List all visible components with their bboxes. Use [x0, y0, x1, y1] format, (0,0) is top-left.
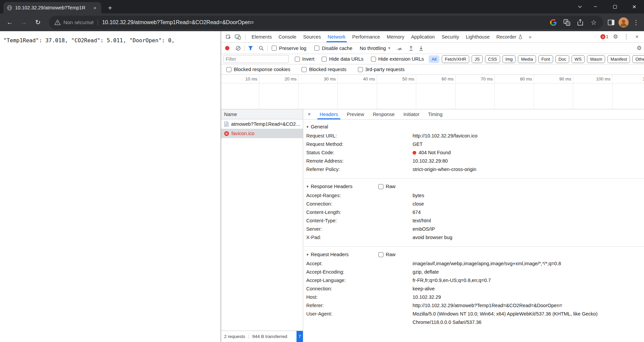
window-minimize-button[interactable]: − [586, 0, 605, 13]
filter-chip-img[interactable]: Img [502, 55, 516, 63]
field-key: Accept-Encoding: [306, 268, 413, 276]
security-label[interactable]: Non sécurisé [63, 19, 94, 25]
blocked-requests-checkbox[interactable]: Blocked requests [302, 67, 346, 72]
hide-extension-urls-checkbox[interactable]: Hide extension URLs [371, 56, 424, 62]
omnibox[interactable]: Non sécurisé 10.102.32.29/atmoweb?Temp1R… [49, 16, 603, 29]
timeline-tick-label: 50 ms [387, 76, 414, 81]
filter-chip-fetch-xhr[interactable]: Fetch/XHR [442, 55, 469, 63]
tab-security[interactable]: Security [438, 31, 462, 42]
browser-tab[interactable]: 10.102.32.29/atmoweb?Temp1R × [3, 2, 101, 13]
error-badge-icon[interactable]: × [600, 34, 605, 39]
details-close-icon[interactable]: × [303, 109, 315, 119]
filter-chip-all[interactable]: All [429, 55, 439, 63]
status-error-dot-icon [413, 151, 416, 155]
response-raw-checkbox[interactable]: Raw [378, 184, 395, 189]
import-har-icon[interactable] [408, 45, 414, 52]
details-tab-preview[interactable]: Preview [342, 109, 369, 119]
header-field-row: Accept-Language: fr-FR,fr;q=0.9,en-US;q=… [303, 276, 644, 285]
tab-performance[interactable]: Performance [349, 31, 383, 42]
blocked-cookies-checkbox[interactable]: Blocked response cookies [226, 67, 290, 72]
google-icon[interactable] [549, 18, 557, 26]
tab-search-chevron-icon[interactable] [574, 0, 586, 13]
window-maximize-button[interactable] [605, 0, 625, 13]
devtools-settings-icon[interactable]: ⚙ [612, 33, 619, 40]
general-section-header[interactable]: ▾ General [303, 122, 644, 132]
summary-clipped-resources: 7 [297, 331, 303, 342]
checkbox-box [371, 57, 376, 62]
checkbox-box [295, 57, 300, 62]
share-icon[interactable] [576, 18, 584, 26]
disclosure-triangle-icon: ▾ [307, 125, 309, 129]
request-headers-section-header[interactable]: ▾ Request Headers Raw [303, 249, 644, 260]
translate-icon[interactable]: 文A [563, 18, 571, 26]
disable-cache-checkbox[interactable]: Disable cache [314, 46, 352, 51]
network-conditions-icon[interactable] [396, 45, 403, 52]
filter-chip-css[interactable]: CSS [485, 55, 500, 63]
export-har-icon[interactable] [418, 45, 424, 52]
device-toolbar-icon[interactable] [233, 32, 243, 42]
third-party-requests-checkbox[interactable]: 3rd-party requests [358, 67, 405, 72]
header-field-row: Remote Address: 10.102.32.29:80 [303, 157, 644, 165]
field-key: Content-Type: [306, 217, 413, 225]
details-tab-response[interactable]: Response [368, 109, 399, 119]
tab-recorder[interactable]: Recorder [493, 31, 526, 42]
devtools-menu-icon[interactable]: ⋮ [623, 33, 630, 40]
window-close-button[interactable]: × [625, 0, 644, 13]
timeline-ruler: 10 ms 20 ms 30 ms 40 ms 50 ms 60 ms 70 m… [221, 75, 644, 83]
clear-icon[interactable] [235, 45, 241, 52]
back-button[interactable]: ← [4, 17, 15, 28]
preserve-log-checkbox[interactable]: Preserve log [272, 46, 306, 51]
filter-chip-doc[interactable]: Doc [555, 55, 569, 63]
page-body-text: "Temp1Read": 37.018, "CO2Read": 5.011, "… [0, 31, 221, 50]
network-timeline-overview[interactable]: 10 ms 20 ms 30 ms 40 ms 50 ms 60 ms 70 m… [221, 75, 644, 109]
filter-chip-manifest[interactable]: Manifest [607, 55, 630, 63]
tab-console[interactable]: Console [275, 31, 300, 42]
tab-sources[interactable]: Sources [300, 31, 324, 42]
tab-elements[interactable]: Elements [248, 31, 275, 42]
filter-chip-font[interactable]: Font [538, 55, 553, 63]
tab-application[interactable]: Application [408, 31, 438, 42]
bookmark-star-icon[interactable]: ☆ [590, 18, 598, 26]
details-tab-headers[interactable]: Headers [315, 109, 342, 119]
raw-label: Raw [386, 184, 395, 189]
filter-funnel-icon[interactable] [247, 45, 254, 52]
reload-button[interactable]: ↻ [32, 17, 44, 28]
raw-label: Raw [386, 252, 395, 257]
response-headers-section-header[interactable]: ▾ Response Headers Raw [303, 181, 644, 191]
invert-checkbox[interactable]: Invert [295, 56, 314, 62]
browser-menu-icon[interactable]: ⋮ [632, 19, 640, 26]
network-settings-icon[interactable]: ⚙ [637, 45, 644, 52]
filter-chip-js[interactable]: JS [472, 55, 483, 63]
filter-chip-media[interactable]: Media [518, 55, 536, 63]
filter-chip-ws[interactable]: WS [572, 55, 585, 63]
response-headers-section: ▾ Response Headers Raw Accept-Ranges: by… [303, 178, 644, 244]
filter-chip-wasm[interactable]: Wasm [587, 55, 605, 63]
name-column-header[interactable]: Name [221, 109, 303, 119]
more-tabs-icon[interactable]: » [526, 34, 534, 40]
error-count: 1 [606, 34, 608, 39]
profile-avatar[interactable] [619, 17, 629, 27]
header-field-row: Referer: http://10.102.32.29/atmoweb?Tem… [303, 301, 644, 310]
url-text[interactable]: 10.102.32.29/atmoweb?Temp1Read=&CO2Read=… [102, 19, 545, 25]
tab-network[interactable]: Network [324, 31, 349, 42]
details-tab-timing[interactable]: Timing [424, 109, 447, 119]
tab-lighthouse[interactable]: Lighthouse [463, 31, 493, 42]
tab-memory[interactable]: Memory [383, 31, 408, 42]
throttling-select[interactable]: No throttling ▾ [360, 46, 390, 51]
devtools-close-icon[interactable]: × [633, 34, 641, 40]
details-tab-initiator[interactable]: Initiator [399, 109, 424, 119]
filter-input[interactable] [223, 55, 289, 63]
search-icon[interactable] [258, 45, 265, 52]
new-tab-button[interactable]: + [105, 3, 115, 13]
side-panel-icon[interactable] [607, 18, 615, 26]
tab-close-icon[interactable]: × [92, 5, 98, 11]
inspect-element-icon[interactable] [224, 32, 233, 42]
record-button[interactable] [225, 46, 229, 50]
request-row[interactable]: atmoweb?Temp1Read=&CO2… [221, 119, 303, 129]
filter-chip-other[interactable]: Other [632, 55, 644, 63]
forward-button[interactable]: → [18, 17, 30, 28]
request-raw-checkbox[interactable]: Raw [378, 252, 395, 257]
chevron-down-icon: ▾ [388, 46, 390, 50]
hide-data-urls-checkbox[interactable]: Hide data URLs [322, 56, 363, 62]
request-row[interactable]: favicon.ico [221, 129, 303, 138]
